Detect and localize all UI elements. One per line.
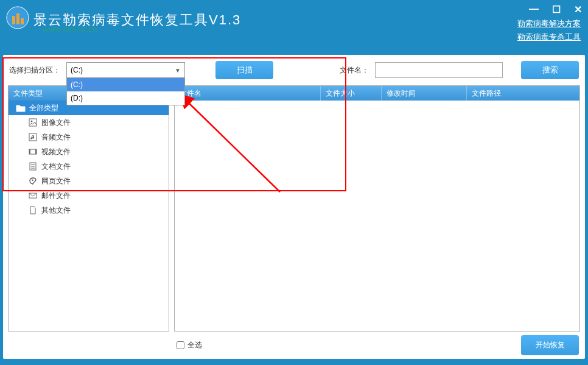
close-button[interactable]: ✕ — [574, 4, 582, 15]
bottom-bar: 全选 开始恢复 — [3, 331, 585, 359]
tree-item-doc[interactable]: 文档文件 — [9, 159, 169, 174]
killer-tool-link[interactable]: 勒索病毒专杀工具 — [517, 30, 581, 44]
tree-item-image[interactable]: 图像文件 — [9, 115, 169, 130]
file-icon — [28, 205, 38, 215]
file-table: 文件名 文件大小 修改时间 文件路径 — [174, 85, 580, 331]
partition-selected-value: (C:) — [71, 66, 83, 74]
svg-rect-9 — [35, 149, 37, 154]
partition-label: 选择扫描分区： — [9, 65, 60, 76]
audio-icon — [28, 132, 38, 142]
video-icon — [28, 147, 38, 157]
tree-item-label: 图像文件 — [41, 118, 71, 128]
partition-option-c[interactable]: (C:) — [67, 78, 184, 91]
tree-item-mail[interactable]: 邮件文件 — [9, 188, 169, 203]
svg-rect-8 — [29, 149, 30, 154]
web-icon — [28, 176, 38, 186]
select-all-label: 全选 — [187, 340, 202, 350]
column-path[interactable]: 文件路径 — [467, 86, 579, 101]
recover-button[interactable]: 开始恢复 — [521, 335, 579, 355]
svg-rect-3 — [21, 18, 24, 24]
top-controls: 选择扫描分区： (C:) ▼ (C:) (D:) 扫描 文件名： 搜索 — [3, 55, 585, 85]
sidebar: 文件类型 全部类型 图像文件 音频文件 视频文件 文档文件 — [8, 85, 169, 331]
titlebar: 景云勒索病毒文件恢复工具V1.3 www.pcsoft.cn — ☐ ✕ 勒索病… — [0, 0, 588, 52]
partition-option-d[interactable]: (D:) — [67, 91, 184, 105]
mail-icon — [28, 191, 38, 200]
search-button[interactable]: 搜索 — [521, 61, 579, 79]
filename-input[interactable] — [375, 62, 503, 78]
tree-item-other[interactable]: 其他文件 — [9, 203, 169, 218]
minimize-button[interactable]: — — [529, 4, 539, 15]
watermark-text: www.pcsoft.cn — [43, 24, 97, 34]
scan-button[interactable]: 扫描 — [215, 61, 273, 79]
partition-dropdown-list: (C:) (D:) — [66, 77, 185, 105]
tree-item-audio[interactable]: 音频文件 — [9, 130, 169, 144]
tree-root-label: 全部类型 — [29, 103, 58, 113]
tree-item-video[interactable]: 视频文件 — [9, 144, 169, 159]
maximize-button[interactable]: ☐ — [552, 4, 561, 15]
svg-rect-4 — [29, 119, 37, 126]
solution-link[interactable]: 勒索病毒解决方案 — [517, 17, 581, 30]
filename-label: 文件名： — [340, 65, 369, 76]
column-modified[interactable]: 修改时间 — [382, 86, 467, 101]
tree-item-label: 邮件文件 — [41, 191, 71, 201]
folder-icon — [16, 103, 26, 113]
column-filesize[interactable]: 文件大小 — [321, 86, 382, 101]
app-logo-icon — [5, 5, 30, 30]
svg-point-5 — [31, 121, 33, 122]
tree-item-label: 其他文件 — [41, 205, 71, 216]
partition-dropdown[interactable]: (C:) ▼ — [66, 62, 185, 78]
doc-icon — [28, 161, 38, 171]
column-filename[interactable]: 文件名 — [175, 86, 321, 101]
image-icon — [28, 118, 38, 127]
tree-item-web[interactable]: 网页文件 — [9, 174, 169, 188]
svg-rect-2 — [16, 13, 19, 24]
tree-item-label: 音频文件 — [41, 132, 71, 143]
select-all-input[interactable] — [177, 341, 184, 349]
tree-item-label: 文档文件 — [41, 161, 71, 172]
tree-item-label: 网页文件 — [41, 176, 71, 186]
select-all-checkbox[interactable]: 全选 — [177, 340, 202, 350]
chevron-down-icon: ▼ — [175, 67, 181, 74]
main-panel: 选择扫描分区： (C:) ▼ (C:) (D:) 扫描 文件名： 搜索 文件类型 — [3, 55, 585, 359]
tree-item-label: 视频文件 — [41, 147, 71, 157]
svg-rect-1 — [12, 16, 15, 24]
